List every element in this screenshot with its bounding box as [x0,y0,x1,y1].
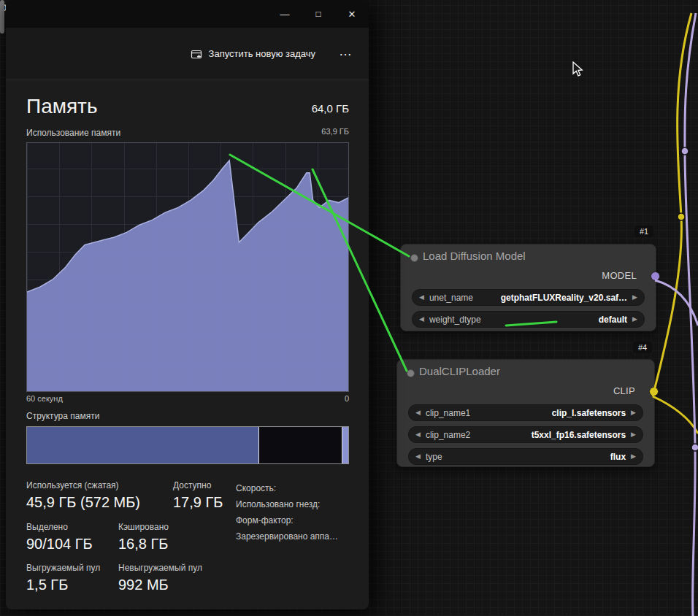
output-slot-label: MODEL [602,270,637,281]
output-slot-label: CLIP [613,385,635,396]
stat-value: 17,9 ГБ [173,494,223,511]
titlebar[interactable]: — □ ✕ [6,0,369,28]
page-title: Память [26,95,98,118]
composition-label: Структура памяти [26,411,369,421]
minimize-button[interactable]: — [268,0,302,28]
widget-label: weight_dtype [429,315,481,325]
composition-segment-modified [342,427,348,463]
widget-value: flux [610,452,626,462]
node-title[interactable]: Load Diffusion Model [401,245,656,268]
next-arrow-icon[interactable]: ▶ [632,290,637,305]
toolbar: Запустить новую задачу … [6,28,369,80]
composition-segment-free [258,427,342,463]
detail-form-factor: Форм-фактор: [236,512,338,528]
next-arrow-icon[interactable]: ▶ [631,449,636,464]
memory-page: Память 64,0 ГБ Использование памяти 63,9… [26,80,369,609]
widget-unet-name[interactable]: ◀ unet_name getphatFLUXReality_v20.saf… … [412,289,645,306]
usage-chart-max: 63,9 ГБ [321,127,349,136]
output-slot-model: MODEL [401,268,656,284]
stat-label: Используется (сжатая) [26,480,140,490]
widget-value: t5xxl_fp16.safetensors [532,430,626,440]
composition-segment-in-use [27,427,258,463]
widget-value: clip_l.safetensors [552,408,626,418]
widget-value: getphatFLUXReality_v20.saf… [501,293,627,303]
clip-output-dot[interactable] [649,387,659,396]
more-options-button[interactable]: … [334,44,357,63]
run-new-task-button[interactable]: Запустить новую задачу [191,48,315,60]
node-input-dot[interactable] [407,369,415,377]
node-title[interactable]: DualCLIPLoader [397,360,654,383]
prev-arrow-icon[interactable]: ◀ [419,312,424,327]
memory-composition-bar [26,426,349,464]
memory-usage-chart [26,142,349,392]
node-input-dot[interactable] [410,254,418,262]
stat-label: Невыгружаемый пул [118,563,202,573]
stat-label: Выгружаемый пул [26,563,100,573]
widget-label: type [426,452,442,462]
usage-chart-label: Использование памяти [26,128,120,138]
next-arrow-icon[interactable]: ▶ [631,427,636,442]
close-button[interactable]: ✕ [335,0,369,28]
widget-type[interactable]: ◀ type flux ▶ [408,448,643,465]
stat-label: Кэшировано [118,522,169,532]
run-new-task-label: Запустить новую задачу [209,48,315,59]
node-badge: #1 [634,226,653,237]
widget-label: unet_name [429,293,473,303]
node-badge: #4 [633,342,652,353]
new-task-icon [191,48,202,60]
prev-arrow-icon[interactable]: ◀ [415,427,421,442]
widget-value: default [599,315,627,325]
hardware-details: Скорость: Использовано гнезд: Форм-факто… [236,480,338,544]
mouse-cursor [572,61,586,77]
memory-usage-area [27,161,348,391]
node-dualcliploader[interactable]: DualCLIPLoader CLIP ◀ clip_name1 clip_l.… [396,359,655,467]
stat-value: 1,5 ГБ [26,577,100,593]
widget-clip-name1[interactable]: ◀ clip_name1 clip_l.safetensors ▶ [408,404,643,421]
scrollbar-thumb[interactable] [0,0,4,34]
stat-committed: Выделено 90/104 ГБ [26,522,93,553]
stat-available: Доступно 17,9 ГБ [173,480,223,511]
stat-cached: Кэшировано 16,8 ГБ [118,522,169,553]
memory-total: 64,0 ГБ [312,102,349,115]
chart-axis: 60 секунд 0 [26,394,349,406]
stat-value: 992 МБ [118,577,202,593]
stat-paged-pool: Выгружаемый пул 1,5 ГБ [26,563,100,593]
stat-non-paged-pool: Невыгружаемый пул 992 МБ [118,563,202,593]
maximize-button[interactable]: □ [302,0,335,28]
task-manager-window[interactable]: — □ ✕ Запустить новую задачу … Память 64… [6,0,369,609]
widget-label: clip_name2 [426,430,470,440]
prev-arrow-icon[interactable]: ◀ [419,290,424,305]
stat-label: Выделено [26,522,93,532]
axis-left-label: 60 секунд [26,394,63,403]
node-load-diffusion-model[interactable]: Load Diffusion Model MODEL ◀ unet_name g… [400,244,656,331]
stat-label: Доступно [173,480,223,490]
prev-arrow-icon[interactable]: ◀ [415,405,421,420]
output-slot-clip: CLIP [397,383,654,399]
next-arrow-icon[interactable]: ▶ [632,312,637,327]
widget-clip-name2[interactable]: ◀ clip_name2 t5xxl_fp16.safetensors ▶ [408,426,643,443]
stat-value: 90/104 ГБ [26,536,93,553]
memory-stats: Используется (сжатая) 45,9 ГБ (572 МБ) Д… [26,480,369,616]
stat-in-use: Используется (сжатая) 45,9 ГБ (572 МБ) [26,480,140,511]
detail-speed: Скорость: [236,480,338,496]
model-output-dot[interactable] [651,272,660,281]
next-arrow-icon[interactable]: ▶ [631,405,636,420]
prev-arrow-icon[interactable]: ◀ [415,449,421,464]
detail-hw-reserved: Зарезервировано аппа… [236,528,338,544]
widget-label: clip_name1 [426,408,470,418]
axis-right-label: 0 [345,394,349,403]
stat-value: 16,8 ГБ [118,536,169,553]
stat-value: 45,9 ГБ (572 МБ) [26,494,140,511]
detail-slots-used: Использовано гнезд: [236,496,338,512]
widget-weight-dtype[interactable]: ◀ weight_dtype default ▶ [412,311,645,328]
